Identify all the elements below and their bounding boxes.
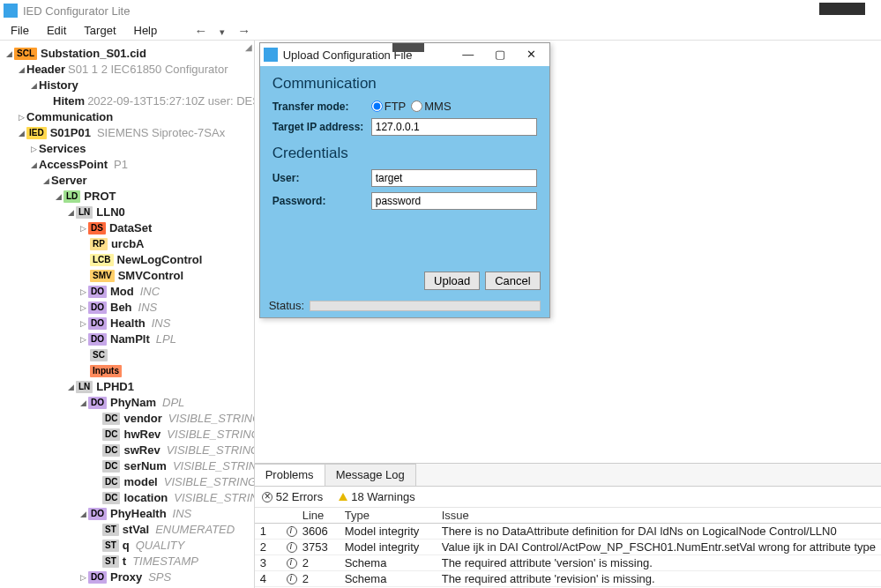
right-panel: Upload Configuration File — ▢ ✕ Communic…: [255, 41, 881, 588]
scl-tree[interactable]: ◢ SCL Substation_S01.cid ◢ Header S01 1 …: [0, 41, 254, 585]
expander-icon[interactable]: ◢: [16, 62, 26, 78]
tree-health[interactable]: ▷ DO Health INS: [4, 316, 254, 331]
tree-scl[interactable]: ◢ SCL Substation_S01.cid: [4, 46, 254, 62]
tree-swrev[interactable]: DC swRev VISIBLE_STRING_255: [4, 443, 254, 458]
tree-phynam[interactable]: ◢ DO PhyNam DPL: [4, 395, 254, 411]
warnings-count[interactable]: 18 Warnings: [339, 490, 415, 503]
tree-ld[interactable]: ◢ LD PROT: [4, 189, 254, 205]
radio-ftp-input[interactable]: [371, 100, 383, 112]
tree-smv[interactable]: SMV SMVControl: [4, 268, 254, 284]
nav-dropdown-icon[interactable]: ▾: [220, 26, 225, 41]
password-input[interactable]: [371, 192, 537, 210]
tree-lcb[interactable]: LCB NewLogControl: [4, 252, 254, 268]
tree-t[interactable]: ST t TIMESTAMP: [4, 554, 254, 569]
tree-services[interactable]: ▷ Services: [4, 141, 254, 157]
proxy-sub: SPS: [148, 569, 171, 585]
tree-beh[interactable]: ▷ DO Beh INS: [4, 300, 254, 316]
table-row[interactable]: 32SchemaThe required attribute 'version'…: [255, 555, 881, 571]
errors-count[interactable]: 52 Errors: [262, 490, 323, 503]
tree-location[interactable]: DC location VISIBLE_STRING_255: [4, 490, 254, 506]
collapse-icon[interactable]: ◢: [245, 42, 252, 52]
expander-icon[interactable]: ◢: [65, 205, 76, 220]
tree-q[interactable]: ST q QUALITY: [4, 538, 254, 554]
tab-message-log[interactable]: Message Log: [325, 464, 416, 486]
expander-icon[interactable]: ▷: [78, 316, 88, 331]
expander-icon[interactable]: ▷: [78, 331, 88, 347]
expander-icon[interactable]: ▷: [78, 300, 88, 316]
tree-ln0[interactable]: ◢ LN LLN0: [4, 205, 254, 220]
tree-phyhealth[interactable]: ◢ DO PhyHealth INS: [4, 506, 254, 522]
vendor-name: vendor: [123, 411, 161, 427]
tree-proxy[interactable]: ▷ DO Proxy SPS: [4, 569, 254, 585]
tree-vendor[interactable]: DC vendor VISIBLE_STRING_255: [4, 411, 254, 427]
tree-communication[interactable]: ▷ Communication: [4, 109, 254, 125]
tree-history[interactable]: ◢ History: [4, 78, 254, 93]
info-icon: [287, 526, 297, 537]
info-icon: [287, 574, 297, 584]
tree-urcba[interactable]: RP urcbA: [4, 236, 254, 252]
table-row[interactable]: 13606Model integrityThere is no DataAttr…: [255, 524, 881, 540]
expander-icon[interactable]: ◢: [16, 125, 26, 141]
drag-handle[interactable]: [392, 43, 424, 52]
tree-sc[interactable]: SC: [4, 347, 254, 363]
tab-problems[interactable]: Problems: [254, 464, 325, 486]
expander-icon[interactable]: ◢: [78, 506, 88, 522]
radio-ftp[interactable]: FTP: [371, 100, 407, 113]
expander-icon[interactable]: ◢: [41, 173, 51, 189]
tree-hwrev[interactable]: DC hwRev VISIBLE_STRING_255: [4, 427, 254, 443]
table-row[interactable]: 42SchemaThe required attribute 'revision…: [255, 571, 881, 587]
ln-badge: LN: [76, 206, 93, 219]
nav-forward-icon[interactable]: →: [237, 23, 250, 38]
upload-button[interactable]: Upload: [424, 272, 480, 290]
tree-header[interactable]: ◢ Header S01 1 2 IEC61850 Configurator: [4, 62, 254, 78]
tree-hitem[interactable]: Hitem 2022-09-13T15:27:10Z user: DESKTOP…: [4, 93, 254, 109]
expander-icon[interactable]: ◢: [28, 157, 39, 173]
tree-lphd1[interactable]: ◢ LN LPHD1: [4, 379, 254, 395]
app-icon: [4, 4, 18, 18]
dialog-status-row: Status:: [260, 297, 549, 317]
tree-dataset[interactable]: ▷ DS DataSet: [4, 220, 254, 236]
warning-icon: [339, 493, 347, 501]
menu-file[interactable]: File: [4, 22, 36, 39]
expander-icon[interactable]: ▷: [78, 220, 88, 236]
menu-edit[interactable]: Edit: [40, 22, 73, 39]
maximize-icon[interactable]: ▢: [484, 43, 516, 64]
row-issue: The required attribute 'version' is miss…: [442, 556, 876, 569]
expander-icon[interactable]: ◢: [28, 78, 39, 93]
row-index: 3: [260, 556, 281, 569]
expander-icon[interactable]: ▷: [78, 569, 88, 585]
col-type[interactable]: Type: [345, 509, 442, 522]
expander-icon[interactable]: ▷: [78, 284, 88, 300]
tree-accesspoint[interactable]: ◢ AccessPoint P1: [4, 157, 254, 173]
tree-namplt[interactable]: ▷ DO NamPlt LPL: [4, 331, 254, 347]
expander-icon[interactable]: ◢: [53, 189, 63, 205]
radio-mms-input[interactable]: [411, 100, 422, 112]
col-line[interactable]: Line: [302, 509, 345, 522]
tree-sernum[interactable]: DC serNum VISIBLE_STRING_255: [4, 458, 254, 474]
cancel-button[interactable]: Cancel: [485, 272, 540, 290]
expander-icon[interactable]: ◢: [4, 46, 14, 62]
user-input[interactable]: [371, 169, 537, 187]
table-row[interactable]: 23753Model integrityValue ijk in DAI Con…: [255, 540, 881, 555]
minimize-icon[interactable]: —: [452, 43, 484, 64]
expander-icon[interactable]: ▷: [16, 109, 26, 125]
close-icon[interactable]: ✕: [516, 43, 548, 64]
col-issue[interactable]: Issue: [442, 509, 876, 522]
nav-back-icon[interactable]: ←: [194, 23, 207, 38]
expander-icon[interactable]: ◢: [78, 395, 88, 411]
tree-server[interactable]: ◢ Server: [4, 173, 254, 189]
ip-input[interactable]: [371, 118, 537, 136]
expander-icon[interactable]: ▷: [28, 141, 39, 157]
dialog-titlebar[interactable]: Upload Configuration File — ▢ ✕: [260, 43, 549, 66]
tree-inputs[interactable]: Inputs: [4, 363, 254, 379]
tree-model[interactable]: DC model VISIBLE_STRING_255: [4, 474, 254, 490]
expander-icon[interactable]: ◢: [65, 379, 76, 395]
tree-mod[interactable]: ▷ DO Mod INC: [4, 284, 254, 300]
tree-ied[interactable]: ◢ IED S01P01 SIEMENS Siprotec-7SAx: [4, 125, 254, 141]
menu-help[interactable]: Help: [127, 22, 165, 39]
tree-stval[interactable]: ST stVal ENUMERATED: [4, 522, 254, 538]
mod-name: Mod: [110, 284, 134, 300]
menu-target[interactable]: Target: [77, 22, 123, 39]
dc-badge: DC: [102, 476, 120, 488]
radio-mms[interactable]: MMS: [411, 100, 451, 113]
